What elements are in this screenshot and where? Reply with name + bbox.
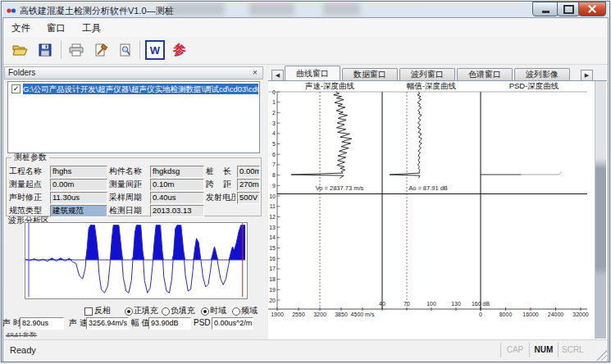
printer-icon bbox=[69, 43, 84, 57]
svg-text:16000: 16000 bbox=[522, 312, 539, 317]
pile-params-title: 测桩参数 bbox=[11, 153, 49, 162]
open-file-button[interactable] bbox=[10, 39, 31, 61]
svg-text:3850: 3850 bbox=[335, 312, 348, 317]
svg-text:1: 1 bbox=[272, 99, 276, 105]
svg-text:3: 3 bbox=[272, 121, 276, 126]
resize-grip[interactable] bbox=[596, 350, 607, 361]
svg-text:10: 10 bbox=[269, 193, 276, 199]
svg-text:18: 18 bbox=[269, 276, 276, 282]
waveform-plot bbox=[25, 223, 245, 297]
export-word-button[interactable]: W bbox=[144, 39, 166, 61]
svg-text:4: 4 bbox=[272, 130, 276, 136]
param-field: 0.40us bbox=[150, 192, 204, 204]
page-magnifier-icon bbox=[119, 43, 132, 57]
save-icon bbox=[39, 43, 52, 57]
titlebar[interactable]: 高铁建混凝土检测分析软件V1.0—测桩 bbox=[3, 2, 521, 17]
tab-1[interactable]: 数据窗口 bbox=[342, 68, 398, 80]
freq-domain-radio[interactable] bbox=[232, 307, 240, 316]
amplitude-field[interactable]: 93.90dB bbox=[148, 317, 191, 330]
psd-label: PSD bbox=[194, 317, 211, 329]
item-path: G:\公司产品设计开发\超声仪器\超声仪实地检测数据\调试cd\cd03\cd0… bbox=[23, 84, 258, 94]
word-icon: W bbox=[145, 40, 165, 60]
folder-list-item[interactable]: ✓ G:\公司产品设计开发\超声仪器\超声仪实地检测数据\调试cd\cd03\c… bbox=[9, 84, 258, 94]
svg-text:0: 0 bbox=[479, 312, 482, 317]
sound-time-field[interactable]: 82.90us bbox=[20, 317, 64, 330]
reference-button[interactable]: 参 bbox=[169, 39, 190, 61]
menu-item-1[interactable]: 窗口 bbox=[47, 22, 66, 34]
param-label: 声时修正 bbox=[9, 191, 48, 204]
time-domain-radio[interactable] bbox=[201, 307, 209, 316]
svg-text:19: 19 bbox=[269, 287, 276, 293]
chart-page: 01234567891011121314151617181920声速-深度曲线1… bbox=[268, 80, 607, 339]
save-button[interactable] bbox=[34, 39, 56, 61]
folders-panel-title: Folders bbox=[8, 68, 35, 77]
svg-text:40: 40 bbox=[379, 301, 385, 307]
svg-text:130: 130 bbox=[451, 301, 461, 307]
param-label: 构件名称 bbox=[109, 165, 148, 178]
tab-0[interactable]: 曲线窗口 bbox=[285, 66, 340, 80]
svg-text:16: 16 bbox=[269, 256, 276, 262]
svg-text:4500 m/s: 4500 m/s bbox=[351, 312, 375, 317]
param-field: 270mm bbox=[237, 179, 260, 191]
menubar: 文件窗口工具 bbox=[3, 19, 608, 37]
minimize-button[interactable] bbox=[532, 2, 559, 16]
minimize-icon bbox=[542, 11, 549, 13]
svg-text:9: 9 bbox=[272, 183, 276, 189]
param-field: 2013.03.13 bbox=[150, 205, 204, 217]
toolbar: W 参 bbox=[3, 37, 608, 65]
item-checkbox[interactable]: ✓ bbox=[11, 84, 21, 93]
fill-negative-radio[interactable] bbox=[162, 307, 170, 316]
svg-text:6: 6 bbox=[272, 152, 276, 157]
param-label: 测量起点 bbox=[9, 178, 48, 191]
param-label: 采样周期 bbox=[109, 191, 148, 204]
maximize-button[interactable] bbox=[557, 2, 580, 16]
amplitude-label: 幅 值 bbox=[131, 317, 150, 329]
sound-time-label: 声 时 bbox=[2, 317, 21, 329]
tab-4[interactable]: 波列影像 bbox=[514, 68, 570, 80]
indicator-cap: CAP bbox=[500, 343, 529, 357]
svg-text:14: 14 bbox=[269, 234, 276, 240]
svg-text:幅值-深度曲线: 幅值-深度曲线 bbox=[407, 81, 457, 90]
backdrop-smudge bbox=[249, 2, 294, 16]
page-hammer-icon bbox=[94, 43, 107, 57]
backdrop-smudge bbox=[323, 2, 360, 16]
vertical-scrollbar[interactable] bbox=[595, 81, 606, 339]
svg-text:Ao = 87.91 dB: Ao = 87.91 dB bbox=[408, 184, 448, 192]
svg-text:8: 8 bbox=[272, 172, 276, 178]
next-tab-icon: ▶ bbox=[585, 72, 589, 78]
toolbar-separator bbox=[61, 41, 62, 59]
param-field: 0.00m bbox=[50, 179, 107, 191]
svg-text:13: 13 bbox=[269, 225, 276, 230]
menu-item-0[interactable]: 文件 bbox=[11, 22, 30, 34]
invert-checkbox[interactable] bbox=[84, 307, 93, 316]
sound-speed-field[interactable]: 3256.94m/s bbox=[86, 317, 129, 330]
print-button[interactable] bbox=[66, 39, 87, 61]
svg-text:2550: 2550 bbox=[292, 312, 305, 317]
fill-positive-radio[interactable] bbox=[125, 307, 133, 316]
print-preview-button[interactable] bbox=[115, 39, 136, 61]
pile-params-grid: 工程名称fhghs构件名称fhgkdsg桩 长0.00m测量起点0.00m测量间… bbox=[9, 165, 260, 217]
svg-text:70: 70 bbox=[404, 301, 410, 307]
param-label: 发射电压 bbox=[206, 191, 235, 204]
param-field: 建筑规范 bbox=[50, 205, 107, 217]
folders-listbox: ✓ G:\公司产品设计开发\超声仪器\超声仪实地检测数据\调试cd\cd03\c… bbox=[7, 81, 260, 153]
param-field: 500V bbox=[237, 192, 260, 204]
svg-text:声速-深度曲线: 声速-深度曲线 bbox=[305, 81, 355, 90]
tab-2[interactable]: 波列窗口 bbox=[399, 68, 455, 80]
prev-tab-icon: ◀ bbox=[276, 72, 280, 78]
svg-text:8000: 8000 bbox=[499, 312, 513, 317]
indicator-scrl: SCRL bbox=[558, 343, 587, 357]
close-button[interactable] bbox=[578, 2, 606, 16]
svg-text:100: 100 bbox=[426, 301, 436, 307]
param-field: 11.30us bbox=[50, 192, 107, 204]
folders-panel-header: Folders × bbox=[4, 66, 263, 80]
invert-label: 反相 bbox=[94, 306, 111, 316]
psd-field[interactable]: 0.00us^2/m bbox=[212, 317, 253, 330]
tab-3[interactable]: 色谱窗口 bbox=[457, 68, 513, 80]
process-tool-button[interactable] bbox=[90, 39, 112, 61]
tab-strip: 曲线窗口数据窗口波列窗口色谱窗口波列影像 bbox=[285, 66, 572, 80]
param-label: 跨 距 bbox=[206, 178, 235, 191]
folders-close-icon[interactable]: × bbox=[250, 67, 260, 79]
menu-item-2[interactable]: 工具 bbox=[82, 22, 101, 34]
param-field: fhgkdsg bbox=[150, 166, 204, 178]
